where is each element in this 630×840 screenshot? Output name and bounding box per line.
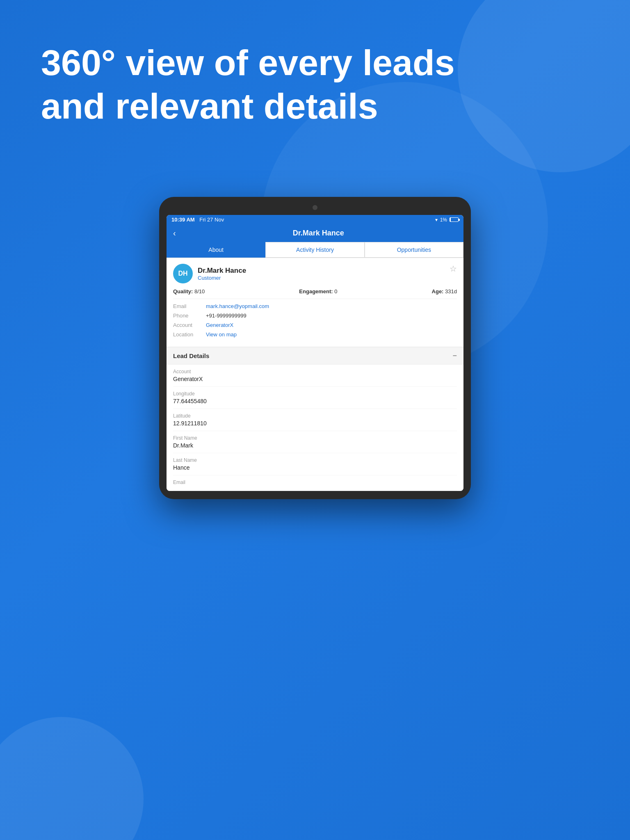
bg-circle-3 [0,717,144,840]
quality-value: 8/10 [194,288,205,294]
detail-email: Email [173,475,457,491]
email-label: Email [173,303,206,309]
status-bar: 10:39 AM Fri 27 Nov ▾ 1% [167,215,463,224]
location-label: Location [173,331,206,338]
back-button[interactable]: ‹ [173,228,176,238]
detail-latitude-value: 12.91211810 [173,420,457,427]
quality-label: Quality: [173,288,193,294]
engagement-stat: Engagement: 0 [299,288,337,294]
status-left: 10:39 AM Fri 27 Nov [171,217,224,223]
avatar: DH [173,264,193,283]
quality-stat: Quality: 8/10 [173,288,205,294]
detail-longitude-value: 77.64455480 [173,398,457,404]
phone-value: +91-9999999999 [206,313,247,319]
headline-line1: 360° view of every leads [41,41,589,84]
contact-name: Dr.Mark Hance [198,267,246,275]
phone-label: Phone [173,313,206,319]
age-stat: Age: 331d [432,288,457,294]
status-time: 10:39 AM [171,217,195,223]
tab-about[interactable]: About [167,242,265,258]
location-row: Location View on map [173,331,457,338]
battery-fill [450,218,451,221]
location-link[interactable]: View on map [206,331,237,338]
battery-bar [450,217,459,222]
headline: 360° view of every leads and relevant de… [41,41,589,128]
star-button[interactable]: ☆ [450,264,457,274]
phone-row: Phone +91-9999999999 [173,313,457,319]
account-label: Account [173,322,206,328]
email-link[interactable]: mark.hance@yopmail.com [206,303,269,309]
wifi-icon: ▾ [435,217,438,223]
contact-header: DH Dr.Mark Hance Customer ☆ [173,264,457,283]
tab-activity-history[interactable]: Activity History [265,242,364,258]
collapse-button[interactable]: − [452,352,457,360]
detail-longitude: Longitude 77.64455480 [173,387,457,409]
tablet-screen: 10:39 AM Fri 27 Nov ▾ 1% ‹ Dr.Mark Hance [167,215,463,491]
lead-details-title: Lead Details [173,352,209,359]
status-right: ▾ 1% [435,217,459,223]
age-label: Age: [432,288,444,294]
detail-last-name-label: Last Name [173,457,457,463]
tablet-camera [313,205,317,210]
detail-longitude-label: Longitude [173,391,457,397]
tab-opportunities[interactable]: Opportunities [365,242,463,258]
engagement-label: Engagement: [299,288,333,294]
detail-email-label: Email [173,479,457,485]
detail-account-value: GeneratorX [173,376,457,382]
nav-title: Dr.Mark Hance [180,229,457,237]
tabs-row: About Activity History Opportunities [167,242,463,258]
lead-details-body: Account GeneratorX Longitude 77.64455480… [167,365,463,491]
device: 10:39 AM Fri 27 Nov ▾ 1% ‹ Dr.Mark Hance [159,197,471,499]
detail-first-name: First Name Dr.Mark [173,431,457,453]
detail-latitude-label: Latitude [173,413,457,419]
detail-account-label: Account [173,369,457,374]
email-row: Email mark.hance@yopmail.com [173,303,457,309]
engagement-value: 0 [334,288,337,294]
nav-bar: ‹ Dr.Mark Hance [167,224,463,242]
detail-last-name-value: Hance [173,464,457,471]
headline-line2: and relevant details [41,84,589,128]
age-value: 331d [445,288,457,294]
tablet-outer: 10:39 AM Fri 27 Nov ▾ 1% ‹ Dr.Mark Hance [159,197,471,499]
status-date: Fri 27 Nov [199,217,224,223]
account-row: Account GeneratorX [173,322,457,328]
lead-details-header: Lead Details − [167,347,463,365]
stats-row: Quality: 8/10 Engagement: 0 Age: 331d [173,288,457,299]
detail-first-name-value: Dr.Mark [173,442,457,449]
account-link[interactable]: GeneratorX [206,322,233,328]
detail-first-name-label: First Name [173,435,457,441]
contact-type: Customer [198,275,246,281]
detail-last-name: Last Name Hance [173,453,457,475]
contact-card: DH Dr.Mark Hance Customer ☆ Quality: 8/1… [167,258,463,347]
battery-percent: 1% [440,217,447,223]
detail-account: Account GeneratorX [173,365,457,387]
detail-latitude: Latitude 12.91211810 [173,409,457,431]
contact-info: Dr.Mark Hance Customer [198,267,246,281]
